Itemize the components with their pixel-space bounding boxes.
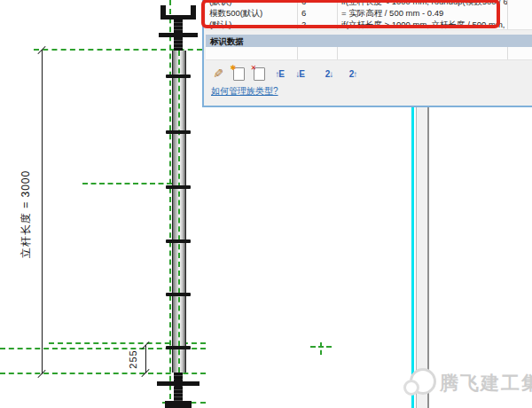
coupler-4 (166, 239, 191, 243)
coupler-5 (166, 293, 191, 296)
manage-family-types-help-link[interactable]: 如何管理族类型? (211, 85, 278, 98)
standpole-tube[interactable] (172, 51, 186, 373)
base-wing-nut-hub (175, 379, 182, 388)
param-lock[interactable] (508, 19, 532, 29)
pole-centerline (178, 51, 180, 373)
param-formula[interactable] (338, 47, 508, 59)
revit-canvas: 立杆长度 = 3000 255 腾飞建工集团 (默认) 6 if(立杆长度 < … (0, 0, 532, 408)
reference-plane-mid[interactable] (82, 183, 172, 184)
identity-data-section-header: 标识数据 (206, 35, 532, 47)
coupler-3 (166, 185, 191, 189)
coupler-6 (166, 346, 191, 349)
coupler-2 (166, 130, 191, 134)
offset-dimension-line[interactable] (145, 345, 146, 373)
wall-cyan-edge[interactable] (411, 106, 414, 408)
parameter-toolbar: ✎ ✱ ✕ ↑E ↓E 2↓ 2↑ (212, 66, 359, 82)
pole-length-dimension-text[interactable]: 立杆长度 = 3000 (19, 161, 34, 268)
new-parameter-icon[interactable]: ✱ (232, 67, 245, 81)
coupler-1 (166, 75, 191, 78)
param-lock[interactable] (508, 7, 532, 19)
watermark-logo-circle-small (403, 380, 419, 396)
param-name (206, 47, 298, 59)
pole-length-dimension-line[interactable] (42, 50, 43, 374)
move-up-icon[interactable]: ↑E (273, 67, 286, 81)
base-plate (165, 401, 192, 408)
offset-dimension-text[interactable]: 255 (128, 334, 138, 384)
edit-pencil-icon[interactable]: ✎ (212, 67, 224, 81)
watermark-text: 腾飞建工集团 (440, 371, 532, 396)
delete-parameter-icon[interactable]: ✕ (253, 67, 265, 81)
top-wing-nut-hub (175, 30, 182, 40)
sort-ascending-icon[interactable]: 2↓ (323, 67, 335, 81)
param-value[interactable] (298, 47, 338, 59)
red-highlight-box (201, 0, 500, 28)
level-marker-vertical (320, 342, 322, 355)
param-lock[interactable] (508, 0, 532, 7)
wall-section[interactable] (416, 106, 429, 408)
empty-parameter-row[interactable] (206, 47, 532, 60)
sort-descending-icon[interactable]: 2↑ (347, 67, 359, 81)
move-down-icon[interactable]: ↓E (293, 67, 306, 81)
param-lock[interactable] (508, 47, 532, 59)
